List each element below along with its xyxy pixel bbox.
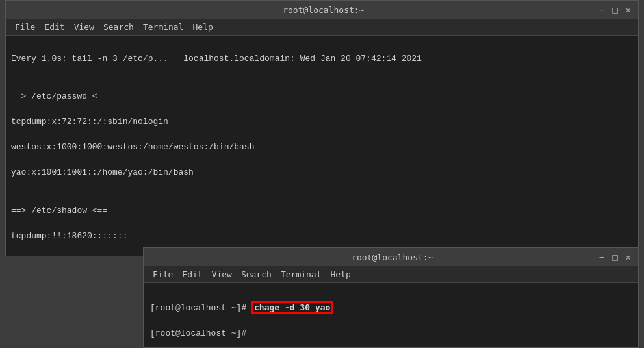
passwd-line-3: yao:x:1001:1001::/home/yao:/bin/bash	[11, 166, 633, 179]
menu-file[interactable]: File	[11, 22, 39, 32]
menu-edit[interactable]: Edit	[40, 22, 68, 32]
bottom-terminal-title: root@localhost:~	[188, 253, 597, 262]
bottom-line1: [root@localhost ~]# chage -d 30 yao	[150, 301, 632, 315]
bottom-title-bar: root@localhost:~ − □ ✕	[144, 248, 638, 266]
menu-search[interactable]: Search	[99, 22, 138, 32]
bottom-menu-terminal[interactable]: Terminal	[277, 269, 326, 279]
top-title-bar: root@localhost:~ − □ ✕	[6, 1, 638, 19]
bottom-terminal-content: [root@localhost ~]# chage -d 30 yao [roo…	[144, 283, 638, 347]
top-terminal-content: Every 1.0s: tail -n 3 /etc/p... localhos…	[6, 36, 638, 256]
menu-help[interactable]: Help	[189, 22, 217, 32]
bottom-menu-view[interactable]: View	[208, 269, 236, 279]
top-menu-bar: File Edit View Search Terminal Help	[6, 19, 638, 36]
bottom-minimize-button[interactable]: −	[597, 253, 606, 262]
bottom-prompt-1: [root@localhost ~]#	[150, 303, 251, 313]
maximize-button[interactable]: □	[610, 5, 619, 14]
passwd-line-1: tcpdump:x:72:72::/:sbin/nologin	[11, 116, 633, 129]
minimize-button[interactable]: −	[597, 5, 606, 14]
bottom-close-button[interactable]: ✕	[624, 253, 633, 262]
menu-view[interactable]: View	[70, 22, 98, 32]
bottom-line2: [root@localhost ~]#	[150, 327, 632, 340]
top-terminal-title: root@localhost:~	[50, 5, 597, 15]
passwd-header: ==> /etc/passwd <==	[11, 90, 633, 103]
bottom-menu-file[interactable]: File	[149, 269, 177, 279]
top-terminal-window: root@localhost:~ − □ ✕ File Edit View Se…	[5, 0, 639, 256]
bottom-window-controls: − □ ✕	[597, 253, 633, 262]
menu-terminal[interactable]: Terminal	[139, 22, 188, 32]
bottom-menu-bar: File Edit View Search Terminal Help	[144, 266, 638, 283]
top-window-controls: − □ ✕	[597, 5, 633, 14]
passwd-line-2: westos:x:1000:1000:westos:/home/westos:/…	[11, 141, 633, 154]
bottom-terminal-window: root@localhost:~ − □ ✕ File Edit View Se…	[143, 247, 639, 348]
shadow-line-1: tcpdump:!!:18620:::::::	[11, 230, 633, 243]
highlight-command: chage -d 30 yao	[251, 301, 333, 314]
shadow-header: ==> /etc/shadow <==	[11, 205, 633, 218]
bottom-maximize-button[interactable]: □	[610, 253, 619, 262]
close-button[interactable]: ✕	[624, 5, 633, 14]
bottom-menu-help[interactable]: Help	[327, 269, 355, 279]
bottom-menu-edit[interactable]: Edit	[178, 269, 206, 279]
watch-header-line: Every 1.0s: tail -n 3 /etc/p... localhos…	[11, 53, 633, 66]
bottom-menu-search[interactable]: Search	[237, 269, 276, 279]
